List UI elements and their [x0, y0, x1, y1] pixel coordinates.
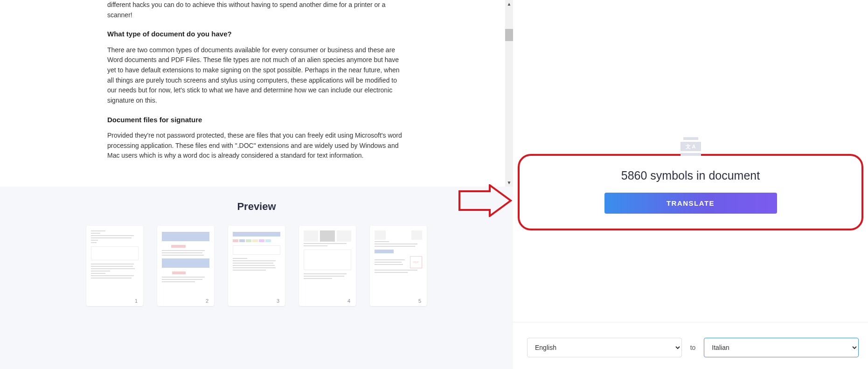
page-number: 1 — [133, 298, 139, 304]
to-label: to — [690, 344, 696, 351]
preview-section: Preview — [0, 187, 513, 369]
thumbnail-row: 1 — [0, 226, 513, 306]
language-selector-row: English to Italian — [527, 338, 859, 357]
document-heading-type: What type of document do you have? — [107, 28, 406, 39]
thumbnail-page-3[interactable]: 3 — [228, 226, 285, 306]
document-para-types: There are two common types of documents … — [107, 45, 406, 106]
scrollbar-thumb[interactable] — [505, 29, 513, 41]
page-number: 3 — [275, 298, 281, 304]
page-number: 4 — [346, 298, 352, 304]
main-layout: different hacks you can do to achieve th… — [0, 0, 868, 369]
source-language-select[interactable]: English — [527, 338, 682, 357]
preview-title: Preview — [0, 201, 513, 213]
document-viewer: different hacks you can do to achieve th… — [0, 0, 513, 187]
target-language-select[interactable]: Italian — [704, 338, 859, 357]
thumbnail-page-1[interactable]: 1 — [86, 226, 143, 306]
document-para-signature: Provided they're not password protected,… — [107, 131, 406, 161]
scroll-up-arrow-icon[interactable]: ▲ — [505, 0, 513, 8]
document-body: different hacks you can do to achieve th… — [0, 0, 513, 187]
left-panel: different hacks you can do to achieve th… — [0, 0, 513, 369]
right-panel: 文 A 5860 symbols in document TRANSLATE E… — [513, 0, 868, 369]
document-intro: different hacks you can do to achieve th… — [107, 0, 406, 20]
translate-icon: 文 A — [681, 137, 701, 158]
scrollbar-track[interactable]: ▲ ▼ — [505, 0, 513, 187]
translate-card: 文 A 5860 symbols in document TRANSLATE — [518, 154, 863, 230]
arrow-annotation-icon — [457, 184, 513, 217]
thumbnail-page-2[interactable]: 2 — [157, 226, 214, 306]
document-heading-signature: Document files for signature — [107, 114, 406, 125]
thumbnail-page-5[interactable]: PDF 5 — [370, 226, 427, 306]
page-number: 2 — [204, 298, 210, 304]
page-number: 5 — [417, 298, 423, 304]
divider — [513, 322, 868, 322]
thumbnail-page-4[interactable]: 4 — [299, 226, 356, 306]
symbols-count: 5860 symbols in document — [539, 169, 842, 182]
translate-button[interactable]: TRANSLATE — [604, 193, 777, 214]
